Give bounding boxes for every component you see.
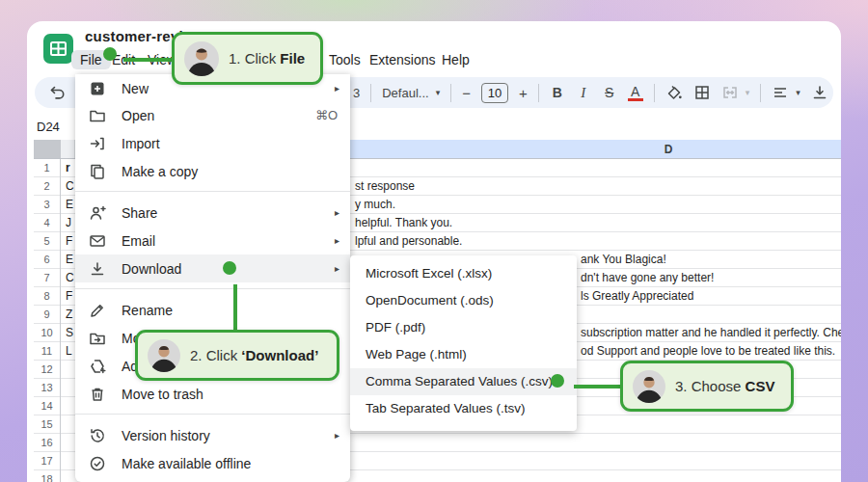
- sheets-window: customer-revi File Edit View Tools Exten…: [27, 21, 841, 482]
- avatar: [148, 339, 180, 372]
- number-format-button[interactable]: 3: [353, 86, 360, 100]
- submenu-item-csv[interactable]: Comma Separated Values (.csv): [350, 368, 577, 395]
- add-shortcut-icon: [89, 358, 108, 375]
- cell-name-box[interactable]: D24: [37, 120, 60, 134]
- font-size-input[interactable]: 10: [481, 83, 508, 103]
- avatar: [184, 41, 219, 76]
- strikethrough-button[interactable]: S: [602, 85, 617, 100]
- toolbar-divider: [370, 84, 371, 102]
- step2-callout: 2. Click ‘Download’: [135, 330, 339, 381]
- download-submenu: Microsoft Excel (.xlsx) OpenDocument (.o…: [350, 255, 577, 431]
- chevron-down-icon[interactable]: ▾: [796, 88, 800, 97]
- menu-extensions[interactable]: Extensions: [369, 50, 435, 69]
- import-icon: [89, 135, 108, 152]
- step3-label: 3. Choose CSV: [675, 378, 774, 394]
- menu-help[interactable]: Help: [442, 50, 470, 69]
- menu-item-import[interactable]: Import: [75, 129, 350, 157]
- vertical-align-icon[interactable]: [811, 84, 828, 101]
- download-icon: [89, 260, 108, 278]
- folder-icon: [89, 107, 108, 124]
- submenu-item-pdf[interactable]: PDF (.pdf): [350, 314, 577, 341]
- file-menu: New ▸ Open ⌘O Import Make a copy Share ▸…: [75, 74, 350, 482]
- step2-label: 2. Click ‘Download’: [190, 347, 318, 363]
- menu-item-open[interactable]: Open ⌘O: [75, 101, 350, 129]
- text-color-button[interactable]: A: [628, 85, 643, 101]
- fill-color-icon[interactable]: [665, 84, 683, 101]
- submenu-arrow-icon: ▸: [335, 207, 339, 218]
- submenu-arrow-icon: ▸: [335, 263, 339, 274]
- step1-marker-dot: [103, 47, 117, 61]
- step3-connector-line: [574, 385, 620, 388]
- email-icon: [89, 232, 108, 250]
- chevron-down-icon[interactable]: ▾: [436, 88, 441, 97]
- new-document-icon: [89, 80, 108, 97]
- submenu-item-tsv[interactable]: Tab Separated Values (.tsv): [350, 395, 577, 422]
- submenu-arrow-icon: ▸: [335, 235, 339, 246]
- toolbar-divider: [654, 84, 655, 102]
- submenu-arrow-icon: ▸: [335, 430, 339, 441]
- step3-marker-dot: [551, 374, 564, 388]
- trash-icon: [89, 386, 108, 403]
- menu-item-download[interactable]: Download ▸: [75, 254, 350, 282]
- toolbar-divider: [450, 84, 451, 102]
- select-all-corner[interactable]: [34, 140, 61, 158]
- toolbar-divider: [760, 84, 761, 102]
- column-a-header[interactable]: [61, 140, 75, 158]
- undo-icon[interactable]: [48, 83, 68, 102]
- menu-item-email[interactable]: Email ▸: [75, 227, 350, 254]
- bold-button[interactable]: B: [550, 85, 565, 100]
- avatar: [633, 370, 665, 403]
- increase-font-size-button[interactable]: +: [519, 85, 528, 101]
- italic-button[interactable]: I: [576, 85, 591, 101]
- move-folder-icon: [89, 330, 108, 347]
- menu-item-make-available-offline[interactable]: Make available offline: [75, 449, 350, 477]
- step3-callout: 3. Choose CSV: [620, 361, 794, 412]
- borders-icon[interactable]: [693, 84, 711, 101]
- menu-item-version-history[interactable]: Version history ▸: [75, 421, 350, 449]
- chevron-down-icon[interactable]: ▾: [746, 88, 750, 97]
- menu-item-rename[interactable]: Rename: [75, 296, 350, 324]
- menu-item-share[interactable]: Share ▸: [75, 199, 350, 227]
- copy-icon: [89, 163, 108, 180]
- submenu-item-xlsx[interactable]: Microsoft Excel (.xlsx): [350, 260, 577, 287]
- menu-divider: [75, 191, 350, 192]
- merge-cells-icon[interactable]: [721, 84, 739, 101]
- share-person-icon: [89, 204, 108, 222]
- pencil-icon: [89, 302, 108, 319]
- step1-callout: 1. Click File: [172, 32, 323, 85]
- font-family-select[interactable]: Defaul...: [382, 86, 428, 100]
- decrease-font-size-button[interactable]: −: [462, 85, 471, 101]
- menu-item-move-to-trash[interactable]: Move to trash: [75, 380, 350, 408]
- menu-item-make-a-copy[interactable]: Make a copy: [75, 157, 350, 185]
- offline-check-icon: [89, 455, 108, 472]
- step1-label: 1. Click File: [229, 50, 305, 67]
- step2-marker-dot: [223, 261, 236, 275]
- horizontal-align-icon[interactable]: [772, 84, 789, 101]
- step1-connector-line: [123, 58, 172, 62]
- history-clock-icon: [89, 427, 108, 444]
- menu-divider: [75, 414, 350, 415]
- menu-divider: [75, 288, 350, 289]
- menu-tools[interactable]: Tools: [329, 50, 361, 69]
- shortcut-label: ⌘O: [315, 108, 338, 122]
- step2-connector-line: [233, 284, 237, 331]
- toolbar-divider: [538, 84, 539, 102]
- submenu-arrow-icon: ▸: [335, 83, 339, 94]
- submenu-item-html[interactable]: Web Page (.html): [350, 341, 577, 368]
- submenu-item-ods[interactable]: OpenDocument (.ods): [350, 287, 577, 314]
- document-title[interactable]: customer-revi: [85, 28, 183, 44]
